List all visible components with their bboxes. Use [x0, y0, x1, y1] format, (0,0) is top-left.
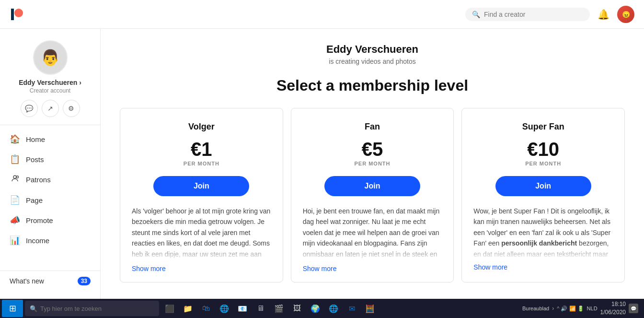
tier-fan-per-month: PER MONTH [354, 161, 390, 166]
promote-icon: 📣 [10, 215, 20, 225]
search-input[interactable] [484, 11, 583, 18]
sidebar-item-patrons[interactable]: Patrons [0, 169, 100, 190]
tier-volger-description: Als 'volger' behoor je al tot mijn grote… [132, 206, 271, 261]
svg-rect-1 [11, 9, 14, 20]
user-avatar[interactable]: 😠 [617, 6, 634, 23]
sidebar: 👨 Eddy Verschueren › Creator account 💬 ↗… [0, 29, 101, 299]
posts-icon: 📋 [10, 154, 20, 165]
tier-volger-join-button[interactable]: Join [153, 176, 249, 196]
taskbar-date: 1/06/2020 [600, 308, 626, 317]
windows-icon: ⊞ [9, 303, 16, 314]
tier-superfan-per-month: PER MONTH [525, 161, 561, 166]
taskbar-app-ie[interactable]: 🌍 [307, 300, 324, 317]
creator-header: Eddy Verschueren is creating videos and … [120, 43, 625, 65]
tier-volger-name: Volger [188, 122, 215, 132]
patreon-logo[interactable] [10, 7, 25, 22]
taskbar-desktop-label: Bureaublad [522, 306, 549, 311]
tier-fan-price: €5 [362, 140, 383, 159]
taskbar-app-store[interactable]: 🛍 [197, 300, 215, 317]
taskbar-locale: NLD [587, 306, 598, 311]
whats-new-badge: 33 [78, 277, 91, 285]
sidebar-item-home[interactable]: 🏠 Home [0, 129, 100, 149]
tier-volger-show-more[interactable]: Show more [132, 265, 166, 272]
sidebar-item-home-label: Home [26, 135, 45, 143]
taskbar-app-explorer[interactable]: 📁 [179, 300, 196, 317]
windows-taskbar: ⊞ 🔍 ⬛ 📁 🛍 🌐 📧 🖥 🎬 🖼 🌍 🌐 ✉ 🧮 Bureaublad ›… [0, 299, 644, 318]
top-navbar: 🔍 🔔 😠 [0, 0, 644, 29]
tier-superfan-description: Wow, je bent Super Fan ! Dit is ongeloof… [473, 206, 613, 259]
sidebar-nav: 🏠 Home 📋 Posts Patrons 📄 Page 📣 Promote [0, 129, 100, 250]
tier-fan-name: Fan [365, 122, 380, 132]
taskbar-clock: 18:10 1/06/2020 [600, 300, 626, 317]
svg-point-2 [13, 176, 16, 178]
membership-title: Select a membership level [120, 77, 625, 94]
page-icon: 📄 [10, 195, 20, 205]
creator-avatar: 👨 [33, 40, 68, 75]
settings-button[interactable]: ⚙ [63, 100, 80, 117]
whats-new-label: What's new [10, 277, 44, 285]
svg-point-3 [16, 176, 19, 178]
creator-name[interactable]: Eddy Verschueren › [19, 79, 81, 86]
tier-superfan: Super Fan €10 PER MONTH Join Wow, je ben… [461, 108, 625, 283]
sidebar-footer: What's new 33 [0, 271, 100, 291]
taskbar-notification[interactable]: 💬 [629, 304, 638, 313]
tier-superfan-price: €10 [527, 140, 559, 159]
navbar-right: 🔍 🔔 😠 [465, 6, 634, 23]
tier-superfan-name: Super Fan [522, 122, 564, 132]
creator-profile: 👨 Eddy Verschueren › Creator account 💬 ↗… [0, 36, 100, 125]
taskbar-app-edge[interactable]: 🌐 [325, 300, 342, 317]
sidebar-item-page-label: Page [26, 196, 43, 204]
taskbar-app-app8[interactable]: 🖼 [288, 300, 306, 317]
taskbar-app-app6[interactable]: 🖥 [252, 300, 269, 317]
taskbar-apps: ⬛ 📁 🛍 🌐 📧 🖥 🎬 🖼 🌍 🌐 ✉ 🧮 [161, 300, 520, 317]
patreon-logo-icon [10, 7, 25, 22]
sidebar-item-promote[interactable]: 📣 Promote [0, 210, 100, 230]
creator-role: Creator account [30, 87, 70, 94]
main-layout: 👨 Eddy Verschueren › Creator account 💬 ↗… [0, 29, 644, 299]
messages-button[interactable]: 💬 [21, 100, 38, 117]
tier-volger-per-month: PER MONTH [184, 161, 219, 166]
taskbar-search[interactable]: 🔍 [25, 301, 159, 316]
taskbar-app-mail[interactable]: ✉ [343, 300, 360, 317]
membership-cards: Volger €1 PER MONTH Join Als 'volger' be… [120, 108, 625, 283]
notification-button[interactable]: 🔔 [598, 9, 610, 20]
tier-fan-description: Hoi, je bent een trouwe fan, en dat maak… [303, 206, 442, 261]
taskbar-app-taskview[interactable]: ⬛ [161, 300, 178, 317]
search-icon: 🔍 [472, 11, 480, 18]
notification-icon: 🔔 [598, 9, 610, 20]
patrons-icon [10, 174, 20, 185]
sidebar-item-income[interactable]: 📊 Income [0, 230, 100, 250]
tier-fan: Fan €5 PER MONTH Join Hoi, je bent een t… [291, 108, 454, 283]
tier-superfan-join-button[interactable]: Join [495, 176, 591, 196]
tier-superfan-show-more[interactable]: Show more [473, 263, 507, 271]
navbar-left [10, 7, 25, 22]
svg-point-0 [14, 9, 23, 17]
sidebar-item-posts[interactable]: 📋 Posts [0, 149, 100, 169]
share-button[interactable]: ↗ [42, 100, 59, 117]
taskbar-app-app7[interactable]: 🎬 [270, 300, 288, 317]
taskbar-app-calc[interactable]: 🧮 [361, 300, 379, 317]
avatar-image: 😠 [622, 11, 630, 18]
taskbar-right: Bureaublad › ^ 🔊 📶 🔋 NLD 18:10 1/06/2020… [522, 300, 642, 317]
search-bar[interactable]: 🔍 [465, 8, 590, 21]
taskbar-time: 18:10 [600, 300, 626, 308]
creator-actions: 💬 ↗ ⚙ [21, 100, 80, 117]
content-area: Eddy Verschueren is creating videos and … [101, 29, 644, 299]
income-icon: 📊 [10, 235, 20, 246]
sidebar-item-page[interactable]: 📄 Page [0, 190, 100, 210]
tier-fan-join-button[interactable]: Join [324, 176, 420, 196]
taskbar-search-icon: 🔍 [30, 305, 37, 312]
sidebar-item-income-label: Income [26, 236, 49, 245]
taskbar-search-input[interactable] [40, 305, 154, 312]
home-icon: 🏠 [10, 134, 20, 144]
tier-volger-price: €1 [191, 140, 212, 159]
taskbar-app-chrome[interactable]: 🌐 [216, 300, 233, 317]
taskbar-more-icon: › [552, 305, 554, 312]
sidebar-item-posts-label: Posts [26, 155, 44, 164]
taskbar-app-email[interactable]: 📧 [234, 300, 251, 317]
start-button[interactable]: ⊞ [2, 300, 23, 317]
taskbar-tray-icons: ^ 🔊 📶 🔋 [557, 306, 584, 312]
page-creator-name: Eddy Verschueren [120, 43, 625, 56]
tier-volger: Volger €1 PER MONTH Join Als 'volger' be… [120, 108, 283, 283]
tier-fan-show-more[interactable]: Show more [303, 265, 337, 272]
